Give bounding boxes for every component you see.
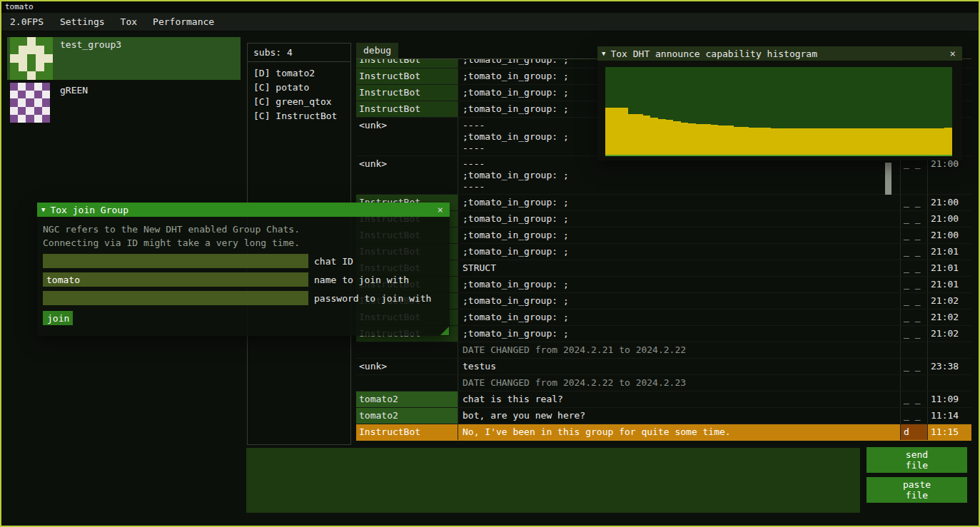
send-file-button[interactable]: send file [867, 447, 967, 473]
histogram-bar [787, 128, 794, 155]
collapse-icon[interactable]: ▼ [41, 206, 45, 213]
contact-item-green[interactable]: gREEN [7, 83, 241, 126]
histogram-bar [854, 128, 862, 155]
histogram-bar [839, 128, 847, 155]
message-flags: _ _ [900, 260, 927, 276]
histogram-bar [809, 128, 817, 155]
histogram-window-title: Tox DHT announce capability histogram [610, 48, 817, 59]
join-group-window-body: NGC refers to the New DHT enabled Group … [37, 217, 450, 336]
sender-name [356, 342, 458, 358]
message-flags: _ _ [900, 156, 927, 194]
message-time: 21:02 [927, 293, 971, 309]
chat-scrollbar-thumb[interactable] [885, 163, 891, 195]
message-text: ;tomato_in_group: ; [458, 326, 900, 342]
member-item[interactable]: [C] InstructBot [248, 109, 350, 123]
message-time: 21:01 [927, 260, 971, 276]
contact-item-test-group3[interactable]: test_group3 [7, 37, 241, 80]
message-time: 23:38 [927, 359, 971, 374]
message-text: ;tomato_in_group: ; [458, 309, 900, 325]
chat-row[interactable]: InstructBotNo, I've been in this group f… [356, 424, 971, 441]
chat-date-separator[interactable]: DATE CHANGED from 2024.2.21 to 2024.2.22 [356, 342, 971, 359]
member-item[interactable]: [C] potato [248, 81, 350, 95]
message-text: No, I've been in this group for quite so… [458, 424, 900, 440]
message-text: ;tomato_in_group: ; [458, 195, 900, 210]
histogram-bar [817, 128, 824, 155]
histogram-bar [771, 128, 779, 155]
resize-grip[interactable] [440, 327, 449, 335]
contact-avatar [10, 83, 53, 126]
sender-name: <unk> [356, 156, 458, 194]
message-text: ;tomato_in_group: ; [458, 227, 900, 243]
histogram-bar [734, 127, 742, 155]
sender-name: InstructBot [356, 85, 458, 101]
chat-id-input[interactable] [43, 254, 308, 268]
chat-row[interactable]: <unk>----;tomato_in_group: ;----_ _21:00 [356, 156, 971, 195]
message-input[interactable] [246, 448, 860, 513]
sender-name: tomato2 [356, 392, 458, 407]
message-flags: _ _ [900, 392, 927, 407]
message-time [927, 342, 971, 358]
histogram-bar [907, 128, 915, 155]
histogram-bar [862, 128, 869, 155]
join-name-input[interactable] [43, 272, 308, 287]
histogram-bar [673, 121, 681, 155]
histogram-bar [620, 108, 628, 155]
menu-performance[interactable]: Performance [145, 13, 222, 31]
message-text: ;tomato_in_group: ; [458, 244, 900, 260]
join-password-input[interactable] [43, 291, 308, 305]
close-icon[interactable]: × [948, 46, 958, 61]
histogram-bar [891, 128, 899, 155]
chat-row[interactable]: <unk>testus_ _23:38 [356, 359, 971, 375]
message-time: 21:00 [927, 227, 971, 243]
histogram-bar [779, 128, 787, 155]
chat-row[interactable]: tomato2chat is this real?_ _11:09 [356, 392, 971, 408]
histogram-bar [741, 127, 749, 155]
message-time: 21:02 [927, 326, 971, 342]
menu-tox[interactable]: Tox [113, 13, 145, 31]
member-item[interactable]: [C] green_qtox [248, 95, 350, 109]
message-time: 21:00 [927, 156, 971, 194]
histogram-bar [605, 108, 613, 155]
message-flags: _ _ [900, 408, 927, 424]
message-flags: d [900, 424, 927, 440]
paste-file-button[interactable]: paste file [867, 477, 967, 503]
message-time: 11:09 [927, 392, 971, 407]
histogram-bar [718, 126, 726, 155]
histogram-window: ▼ Tox DHT announce capability histogram … [597, 46, 962, 160]
message-flags: _ _ [900, 309, 927, 325]
join-button[interactable]: join [43, 311, 73, 325]
histogram-bar [802, 128, 809, 155]
histogram-bar [688, 123, 696, 155]
fps-indicator: 2.0FPS [1, 13, 52, 31]
message-flags: _ _ [900, 211, 927, 227]
message-flags: _ _ [900, 326, 927, 342]
histogram-bar [703, 124, 711, 155]
histogram-bar [696, 124, 704, 155]
histogram-bar [944, 128, 952, 155]
close-icon[interactable]: × [435, 203, 445, 217]
subs-count: subs: 4 [248, 44, 350, 62]
histogram-bar [794, 128, 802, 155]
sender-name: InstructBot [356, 424, 458, 440]
sender-name: InstructBot [356, 59, 458, 68]
chat-row[interactable]: tomato2bot, are you new here?_ _11:14 [356, 408, 971, 424]
collapse-icon[interactable]: ▼ [602, 50, 605, 57]
join-group-window-titlebar[interactable]: ▼ Tox join Group × [37, 203, 450, 217]
message-flags: _ _ [900, 293, 927, 309]
chat-date-separator[interactable]: DATE CHANGED from 2024.2.22 to 2024.2.23 [356, 375, 971, 392]
histogram-bar [666, 120, 674, 155]
message-text: ;tomato_in_group: ; [458, 277, 900, 292]
menu-settings[interactable]: Settings [52, 13, 113, 31]
histogram-bar [749, 128, 757, 155]
histogram-bar [764, 128, 772, 155]
histogram-window-titlebar[interactable]: ▼ Tox DHT announce capability histogram … [597, 46, 962, 61]
histogram-bar [899, 128, 907, 155]
app-window: tomato 2.0FPS Settings Tox Performance t… [0, 0, 980, 527]
message-flags: _ _ [900, 195, 927, 210]
member-item[interactable]: [D] tomato2 [248, 66, 350, 81]
tab-debug[interactable]: debug [356, 43, 398, 58]
histogram-bar [929, 128, 937, 155]
join-group-window: ▼ Tox join Group × NGC refers to the New… [37, 203, 450, 336]
histogram-bar [726, 126, 734, 155]
message-text: testus [458, 359, 900, 374]
